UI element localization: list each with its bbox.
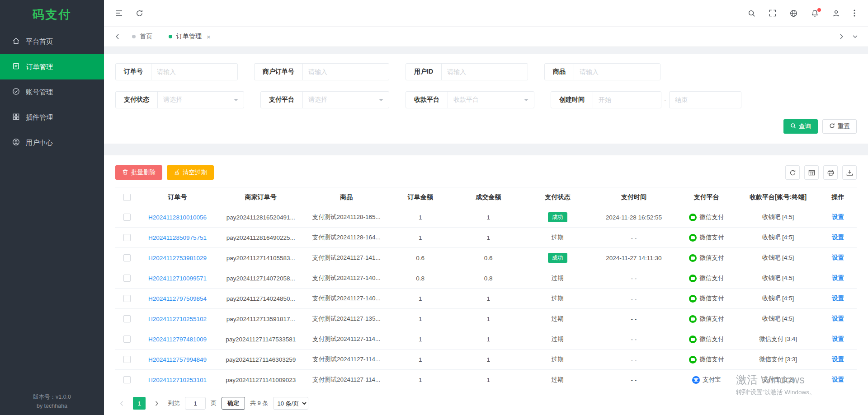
- order-action-settings[interactable]: 设置: [832, 356, 844, 363]
- user-id-input[interactable]: [442, 64, 528, 80]
- order-action-settings[interactable]: 设置: [832, 376, 844, 383]
- sidebar-item-home[interactable]: 平台首页: [0, 29, 104, 54]
- merchant-order-no-input[interactable]: [303, 64, 389, 80]
- table-columns-icon[interactable]: [804, 165, 819, 180]
- filter-pay-platform: 支付平台 请选择: [260, 91, 389, 108]
- receive-platform-select[interactable]: 收款平台: [448, 92, 534, 108]
- col-order-amount: 订单金额: [387, 187, 453, 207]
- order-amount-cell: 1: [387, 207, 453, 228]
- order-row: H2024112710253101 pay202411271141009023 …: [115, 370, 857, 390]
- order-number-link[interactable]: H2024112810010056: [148, 214, 207, 221]
- row-checkbox[interactable]: [123, 214, 131, 221]
- receive-platform-cell: 收钱吧 [4:5]: [737, 248, 819, 268]
- notification-bell-icon[interactable]: [811, 9, 819, 17]
- sidebar-item-orders[interactable]: 订单管理: [0, 54, 104, 79]
- receive-platform-cell: 微信支付 [3:4]: [737, 329, 819, 350]
- order-amount-cell: 1: [387, 289, 453, 309]
- order-status: 过期: [552, 336, 564, 342]
- paid-amount-cell: 1: [453, 370, 524, 390]
- order-action-settings[interactable]: 设置: [832, 315, 844, 322]
- order-number-link[interactable]: H2024112850975751: [148, 234, 207, 241]
- order-number-link[interactable]: H2024112753981029: [148, 255, 207, 261]
- prev-page-icon[interactable]: [115, 397, 128, 410]
- current-page[interactable]: 1: [133, 397, 146, 410]
- row-checkbox[interactable]: [123, 336, 131, 343]
- author-credit: by techhaha: [0, 402, 104, 410]
- sidebar-item-user-center[interactable]: 用户中心: [0, 130, 104, 155]
- product-input[interactable]: [574, 64, 660, 80]
- row-checkbox[interactable]: [123, 234, 131, 241]
- goto-page-input[interactable]: [185, 397, 206, 410]
- order-status: 过期: [552, 376, 564, 383]
- row-checkbox[interactable]: [123, 356, 131, 363]
- batch-delete-button[interactable]: 批量删除: [115, 165, 162, 180]
- export-icon[interactable]: [842, 165, 857, 180]
- pay-platform-cell: 微信支付: [676, 274, 737, 282]
- paid-amount-cell: 1: [453, 329, 524, 350]
- sidebar-item-label: 插件管理: [26, 113, 53, 122]
- sidebar-item-plugins[interactable]: 插件管理: [0, 105, 104, 130]
- tab-menu-dropdown-icon[interactable]: [848, 27, 862, 47]
- row-checkbox[interactable]: [123, 315, 131, 322]
- pay-status-select[interactable]: 请选择: [158, 92, 244, 108]
- product-cell: 支付测试20241128-165...: [305, 207, 387, 228]
- col-pay-status: 支付状态: [524, 187, 592, 207]
- language-globe-icon[interactable]: [790, 9, 797, 17]
- end-date-input[interactable]: [669, 91, 741, 108]
- clear-expired-button[interactable]: 清空过期: [167, 165, 214, 180]
- order-status: 过期: [552, 234, 564, 241]
- order-no-input[interactable]: [151, 64, 237, 80]
- order-amount-cell: 1: [387, 350, 453, 370]
- user-avatar-icon[interactable]: [832, 9, 840, 17]
- table-refresh-icon[interactable]: [785, 165, 800, 180]
- row-checkbox[interactable]: [123, 275, 131, 282]
- order-action-settings[interactable]: 设置: [832, 275, 844, 281]
- order-number-link[interactable]: H2024112757994849: [148, 356, 207, 363]
- sidebar-item-label: 订单管理: [26, 63, 53, 71]
- order-action-settings[interactable]: 设置: [832, 295, 844, 302]
- tab-close-icon[interactable]: ×: [207, 33, 211, 41]
- tab-scroll-right-icon[interactable]: [835, 27, 848, 47]
- platform-icon: [689, 275, 697, 282]
- sidebar-item-accounts[interactable]: 账号管理: [0, 79, 104, 105]
- order-number-link[interactable]: H2024112710253101: [148, 377, 207, 383]
- order-action-settings[interactable]: 设置: [832, 234, 844, 241]
- collapse-menu-icon[interactable]: [115, 9, 123, 17]
- row-checkbox[interactable]: [123, 376, 131, 383]
- search-icon[interactable]: [748, 9, 755, 17]
- order-number-link[interactable]: H2024112710255102: [148, 316, 207, 322]
- print-icon[interactable]: [823, 165, 838, 180]
- page-size-select[interactable]: 10 条/页: [273, 397, 308, 410]
- order-action-settings[interactable]: 设置: [832, 254, 844, 261]
- more-options-icon[interactable]: [854, 9, 855, 17]
- order-status: 过期: [552, 295, 564, 302]
- row-checkbox[interactable]: [123, 254, 131, 261]
- refresh-page-icon[interactable]: [136, 9, 143, 17]
- filter-label: 用户ID: [406, 64, 442, 80]
- platform-label: 微信支付: [699, 274, 724, 282]
- order-action-settings[interactable]: 设置: [832, 336, 844, 342]
- order-action-settings[interactable]: 设置: [832, 214, 844, 220]
- product-cell: 支付测试20241127-114...: [305, 350, 387, 370]
- order-number-link[interactable]: H2024112797481009: [148, 336, 207, 343]
- start-date-input[interactable]: [593, 92, 661, 108]
- order-amount-cell: 1: [387, 228, 453, 248]
- pay-platform-select[interactable]: 请选择: [303, 92, 389, 108]
- trash-icon: [122, 169, 128, 177]
- fullscreen-icon[interactable]: [769, 9, 776, 17]
- order-number-link[interactable]: H2024112710099571: [148, 275, 207, 282]
- row-checkbox[interactable]: [123, 295, 131, 302]
- tab-scroll-left-icon[interactable]: [110, 27, 124, 47]
- order-number-link[interactable]: H2024112797509854: [148, 295, 207, 302]
- select-all-checkbox[interactable]: [123, 194, 131, 201]
- reset-button[interactable]: 重置: [822, 119, 857, 134]
- batch-delete-label: 批量删除: [131, 168, 156, 177]
- col-product: 商品: [305, 187, 387, 207]
- next-page-icon[interactable]: [151, 397, 163, 410]
- order-status: 过期: [552, 315, 564, 322]
- goto-confirm-button[interactable]: 确定: [222, 397, 245, 410]
- tab-order-management[interactable]: 订单管理 ×: [160, 27, 219, 47]
- tab-home[interactable]: 首页: [124, 27, 160, 47]
- order-status: 过期: [552, 356, 564, 363]
- query-button[interactable]: 查询: [783, 119, 818, 134]
